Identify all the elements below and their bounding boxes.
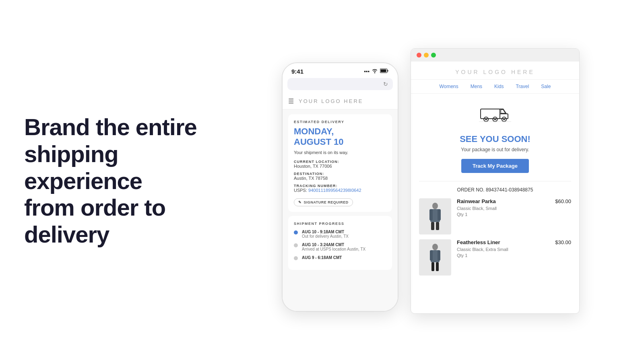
svg-rect-22 <box>431 262 434 271</box>
nav-womens[interactable]: Womens <box>440 84 458 89</box>
mockups-section: 9:41 ▪▪▪ ↻ ☰ YOUR LOGO HE <box>242 16 620 346</box>
hero-line3: from order to <box>24 194 165 220</box>
hamburger-icon[interactable]: ☰ <box>288 97 294 105</box>
progress-dot-1 <box>294 230 298 234</box>
progress-card: SHIPMENT PROGRESS AUG 10 - 9:18AM CMT Ou… <box>288 216 392 270</box>
nav-travel[interactable]: Travel <box>516 84 529 89</box>
svg-rect-15 <box>438 209 441 220</box>
phone-time: 9:41 <box>291 68 303 75</box>
battery-icon <box>380 68 389 74</box>
progress-item-3: AUG 9 - 6:18AM CMT <box>294 255 386 260</box>
destination-row: DESTINATION: Austin, TX 78758 <box>294 172 386 181</box>
svg-point-12 <box>432 203 438 209</box>
destination-label: DESTINATION: <box>294 172 386 176</box>
svg-rect-3 <box>481 109 500 119</box>
phone-content: ESTIMATED DELIVERY MONDAY, AUGUST 10 You… <box>283 109 398 311</box>
out-for-delivery-text: Your package is out for delivery. <box>419 147 571 152</box>
hero-heading: Brand the entire shipping experience fro… <box>24 114 217 248</box>
product-details-1: Rainwear Parka Classic Black, Small Qty … <box>457 198 549 218</box>
svg-point-18 <box>432 244 438 250</box>
product-price-2: $30.00 <box>555 239 571 245</box>
browser-dot-yellow[interactable] <box>424 53 429 58</box>
main-container: Brand the entire shipping experience fro… <box>0 0 644 362</box>
product-variant1-1: Classic Black, Small <box>457 206 549 212</box>
tracking-number-link[interactable]: 94001118995642398I0642 <box>308 188 361 193</box>
track-package-button[interactable]: Track My Package <box>461 159 529 173</box>
phone-logo: YOUR LOGO HERE <box>299 98 363 104</box>
delivery-card: ESTIMATED DELIVERY MONDAY, AUGUST 10 You… <box>288 114 392 212</box>
product-variant2-1: Qty 1 <box>457 212 549 218</box>
nav-mens[interactable]: Mens <box>471 84 482 89</box>
svg-rect-23 <box>436 262 439 271</box>
tracking-label: TRACKING NUMBER: <box>294 184 386 188</box>
svg-rect-4 <box>500 114 508 119</box>
svg-point-8 <box>494 118 496 120</box>
progress-desc-2: Arrived at USPS location Austin, TX <box>302 247 365 251</box>
browser-content: YOUR LOGO HERE Womens Mens Kids Travel S… <box>411 62 579 313</box>
delivery-date: MONDAY, AUGUST 10 <box>294 126 386 148</box>
tracking-row: TRACKING NUMBER: USPS: 94001118995642398… <box>294 184 386 193</box>
product-price-1: $60.00 <box>555 198 571 204</box>
progress-desc-1: Out for delivery Austin, TX <box>302 234 349 239</box>
product-image-1 <box>419 198 451 234</box>
see-you-soon-heading: SEE YOU SOON! <box>419 134 571 144</box>
svg-rect-20 <box>430 250 433 261</box>
product-name-2: Featherless Liner <box>457 239 549 245</box>
shipment-status: Your shipment is on its way. <box>294 150 386 155</box>
product-figure-1 <box>427 200 443 232</box>
product-variant2-2: Qty 1 <box>457 253 549 259</box>
browser-logo-text: YOUR LOGO HERE <box>419 69 571 75</box>
phone-icons: ▪▪▪ <box>364 68 389 74</box>
progress-item-1: AUG 10 - 9:18AM CMT Out for delivery Aus… <box>294 230 386 239</box>
nav-sale[interactable]: Sale <box>541 84 551 89</box>
progress-dot-3 <box>294 256 298 260</box>
hero-line2: shipping experience <box>24 141 142 194</box>
browser-dot-red[interactable] <box>417 53 421 58</box>
product-variant1-2: Classic Black, Extra Small <box>457 247 549 253</box>
estimated-label: ESTIMATED DELIVERY <box>294 120 386 124</box>
product-item-1: Rainwear Parka Classic Black, Small Qty … <box>419 198 571 234</box>
divider <box>419 181 571 181</box>
browser-logo-section: YOUR LOGO HERE <box>411 62 579 80</box>
svg-rect-17 <box>436 222 439 230</box>
progress-dot-2 <box>294 243 298 247</box>
phone-status-bar: 9:41 ▪▪▪ <box>283 63 398 78</box>
product-image-2 <box>419 239 451 276</box>
delivery-date-line2: AUGUST 10 <box>294 137 386 147</box>
signal-icon: ▪▪▪ <box>364 68 369 74</box>
browser-dot-green[interactable] <box>431 53 436 58</box>
progress-label: SHIPMENT PROGRESS <box>294 222 386 226</box>
nav-kids[interactable]: Kids <box>494 84 504 89</box>
truck-illustration <box>479 102 511 126</box>
current-location-row: CURRENT LOCATION: Houston, TX 77006 <box>294 160 386 169</box>
svg-rect-21 <box>438 250 440 261</box>
refresh-icon[interactable]: ↻ <box>383 81 388 87</box>
tracking-carrier: USPS: <box>294 188 307 193</box>
browser-nav: Womens Mens Kids Travel Sale <box>411 80 579 94</box>
product-figure-2 <box>427 241 443 274</box>
product-name-1: Rainwear Parka <box>457 198 549 204</box>
delivery-date-line1: MONDAY, <box>294 126 386 137</box>
progress-item-2: AUG 10 - 3:24AM CMT Arrived at USPS loca… <box>294 243 386 251</box>
signature-badge: ✎ SIGNATURE REQUIRED <box>294 198 353 206</box>
hero-line4: delivery <box>24 221 109 247</box>
order-number: ORDER NO. 89437441-038948875 <box>419 187 571 193</box>
browser-main-content: SEE YOU SOON! Your package is out for de… <box>411 94 579 313</box>
browser-mockup: YOUR LOGO HERE Womens Mens Kids Travel S… <box>411 48 580 314</box>
current-location-value: Houston, TX 77006 <box>294 164 386 169</box>
truck-section <box>419 102 571 128</box>
hero-section: Brand the entire shipping experience fro… <box>24 114 217 248</box>
svg-point-10 <box>503 118 505 120</box>
wifi-icon <box>372 68 378 74</box>
progress-time-1: AUG 10 - 9:18AM CMT <box>302 230 349 234</box>
current-location-label: CURRENT LOCATION: <box>294 160 386 164</box>
hero-line1: Brand the entire <box>24 114 197 140</box>
phone-address-bar[interactable]: ↻ <box>287 78 393 90</box>
product-item-2: Featherless Liner Classic Black, Extra S… <box>419 239 571 276</box>
phone-nav: ☰ YOUR LOGO HERE <box>283 94 398 109</box>
svg-rect-14 <box>429 209 433 220</box>
svg-rect-1 <box>388 70 388 72</box>
svg-rect-2 <box>381 70 386 72</box>
tracking-value: USPS: 94001118995642398I0642 <box>294 188 386 193</box>
product-details-2: Featherless Liner Classic Black, Extra S… <box>457 239 549 259</box>
